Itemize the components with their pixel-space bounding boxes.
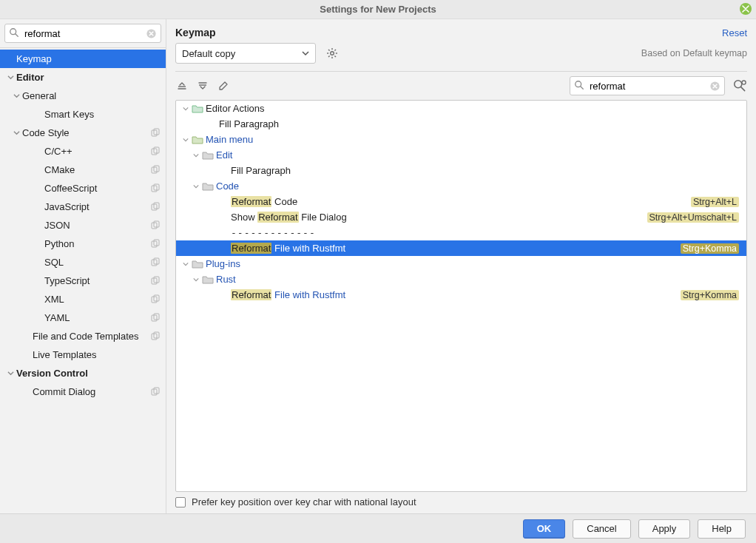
scheme-left: Default copy bbox=[175, 43, 341, 64]
sidebar-item-javascript[interactable]: JavaScript bbox=[0, 198, 166, 216]
sidebar-item-sql[interactable]: SQL bbox=[0, 253, 166, 272]
folder-icon bbox=[191, 103, 204, 115]
expand-all-icon[interactable] bbox=[175, 79, 189, 92]
collapse-all-icon[interactable] bbox=[196, 79, 209, 92]
clear-icon[interactable] bbox=[146, 28, 157, 39]
sidebar-item-cmake[interactable]: CMake bbox=[0, 161, 166, 179]
sidebar-item-live-templates[interactable]: Live Templates bbox=[0, 345, 166, 364]
reset-link[interactable]: Reset bbox=[722, 27, 747, 38]
keymap-action-fill-paragraph-2[interactable]: Fill Paragraph bbox=[176, 163, 746, 178]
sidebar-item-json[interactable]: JSON bbox=[0, 216, 166, 235]
sidebar-item-yaml[interactable]: YAML bbox=[0, 308, 166, 327]
sidebar-item-commit-dialog[interactable]: Commit Dialog bbox=[0, 382, 166, 401]
sidebar-item-version-control[interactable]: Version Control bbox=[0, 364, 166, 382]
prefer-key-position-row[interactable]: Prefer key position over key char with n… bbox=[175, 496, 747, 507]
sidebar-item-label: JSON bbox=[44, 220, 151, 231]
sidebar-search-input[interactable] bbox=[23, 25, 141, 41]
chevron-down-icon bbox=[191, 277, 201, 283]
sidebar-item-smart-keys[interactable]: Smart Keys bbox=[0, 105, 166, 124]
sidebar-item-label: JavaScript bbox=[44, 201, 151, 212]
checkbox[interactable] bbox=[175, 497, 186, 507]
sidebar-search[interactable] bbox=[4, 24, 161, 43]
shortcut-badge: Strg+Komma bbox=[681, 290, 739, 300]
keymap-node-code[interactable]: Code bbox=[176, 178, 746, 194]
action-label: Reformat File with Rustfmt bbox=[231, 289, 681, 300]
cancel-button[interactable]: Cancel bbox=[573, 519, 630, 539]
keymap-node-plugins[interactable]: Plug-ins bbox=[176, 256, 746, 272]
window-title: Settings for New Projects bbox=[320, 4, 436, 15]
per-project-icon bbox=[151, 294, 161, 305]
svg-point-29 bbox=[331, 52, 334, 55]
content-area: Keymap Editor General Smart Keys bbox=[0, 19, 756, 513]
chevron-down-icon bbox=[302, 48, 309, 59]
chevron-down-icon bbox=[191, 152, 201, 158]
keymap-node-main-menu[interactable]: Main menu bbox=[176, 132, 746, 147]
keymap-tree: Editor Actions Fill Paragraph Main menu … bbox=[175, 100, 747, 492]
svg-line-35 bbox=[334, 55, 336, 57]
sidebar-item-label: CMake bbox=[44, 164, 151, 175]
keymap-node-rust[interactable]: Rust bbox=[176, 272, 746, 287]
window-close-button[interactable] bbox=[740, 3, 752, 15]
edit-icon[interactable] bbox=[217, 79, 230, 92]
keymap-action-reformat-rustfmt[interactable]: Reformat File with Rustfmt Strg+Komma bbox=[176, 240, 746, 256]
per-project-icon bbox=[151, 183, 161, 194]
folder-icon bbox=[201, 181, 215, 192]
node-label: Code bbox=[216, 181, 739, 192]
keymap-search[interactable] bbox=[570, 76, 725, 95]
gear-icon[interactable] bbox=[323, 44, 341, 62]
sidebar-item-typescript[interactable]: TypeScript bbox=[0, 272, 166, 290]
apply-button[interactable]: Apply bbox=[638, 519, 691, 539]
per-project-icon bbox=[151, 387, 161, 397]
svg-line-44 bbox=[741, 87, 745, 91]
ok-button[interactable]: OK bbox=[523, 519, 566, 539]
keymap-search-input[interactable] bbox=[588, 78, 705, 94]
sidebar-item-keymap[interactable]: Keymap bbox=[0, 50, 166, 68]
sidebar-item-xml[interactable]: XML bbox=[0, 290, 166, 308]
sidebar-item-cpp[interactable]: C/C++ bbox=[0, 142, 166, 161]
per-project-icon bbox=[151, 202, 161, 212]
keymap-node-edit[interactable]: Edit bbox=[176, 147, 746, 163]
sidebar-item-coffeescript[interactable]: CoffeeScript bbox=[0, 179, 166, 198]
svg-point-45 bbox=[742, 81, 746, 84]
keymap-scheme-combo[interactable]: Default copy bbox=[175, 43, 316, 64]
toolbar-right bbox=[570, 76, 747, 95]
shortcut-badge: Strg+Komma bbox=[681, 243, 739, 254]
find-by-shortcut-icon[interactable] bbox=[732, 78, 747, 93]
folder-icon bbox=[201, 274, 215, 286]
node-label: Plug-ins bbox=[206, 258, 739, 269]
sidebar-item-label: SQL bbox=[44, 257, 151, 268]
folder-icon bbox=[191, 134, 204, 146]
keymap-scheme-value: Default copy bbox=[182, 48, 235, 59]
sidebar-item-label: Editor bbox=[16, 72, 161, 83]
keymap-action-reformat-code[interactable]: Reformat Code Strg+Alt+L bbox=[176, 194, 746, 209]
folder-icon bbox=[201, 149, 215, 161]
chevron-down-icon bbox=[10, 129, 22, 136]
keymap-action-fill-paragraph[interactable]: Fill Paragraph bbox=[176, 116, 746, 132]
action-label: Fill Paragraph bbox=[231, 165, 739, 176]
cancel-button-label: Cancel bbox=[587, 523, 616, 534]
sidebar-item-python[interactable]: Python bbox=[0, 235, 166, 253]
keymap-action-show-reformat-dialog[interactable]: Show Reformat File Dialog Strg+Alt+Umsch… bbox=[176, 209, 746, 225]
sidebar-item-general[interactable]: General bbox=[0, 87, 166, 105]
node-label: Rust bbox=[216, 274, 739, 285]
help-button[interactable]: Help bbox=[698, 519, 746, 539]
keymap-action-reformat-rustfmt-2[interactable]: Reformat File with Rustfmt Strg+Komma bbox=[176, 287, 746, 303]
folder-icon bbox=[191, 258, 204, 270]
right-header: Keymap Reset bbox=[175, 27, 747, 38]
window-titlebar: Settings for New Projects bbox=[0, 0, 756, 19]
sidebar-item-editor[interactable]: Editor bbox=[0, 68, 166, 87]
per-project-icon bbox=[151, 165, 161, 175]
per-project-icon bbox=[151, 331, 161, 342]
keymap-toolbar bbox=[175, 76, 747, 95]
chevron-down-icon bbox=[4, 370, 16, 377]
keymap-node-editor-actions[interactable]: Editor Actions bbox=[176, 101, 746, 116]
clear-icon[interactable] bbox=[709, 81, 720, 92]
sidebar-item-code-style[interactable]: Code Style bbox=[0, 124, 166, 142]
action-label: Show Reformat File Dialog bbox=[231, 212, 647, 223]
sidebar-item-file-code-templates[interactable]: File and Code Templates bbox=[0, 327, 166, 345]
chevron-down-icon bbox=[191, 183, 201, 189]
apply-button-label: Apply bbox=[652, 523, 677, 534]
per-project-icon bbox=[151, 276, 161, 286]
keymap-separator: ------------- bbox=[176, 225, 746, 240]
sidebar-search-wrap bbox=[0, 19, 166, 48]
